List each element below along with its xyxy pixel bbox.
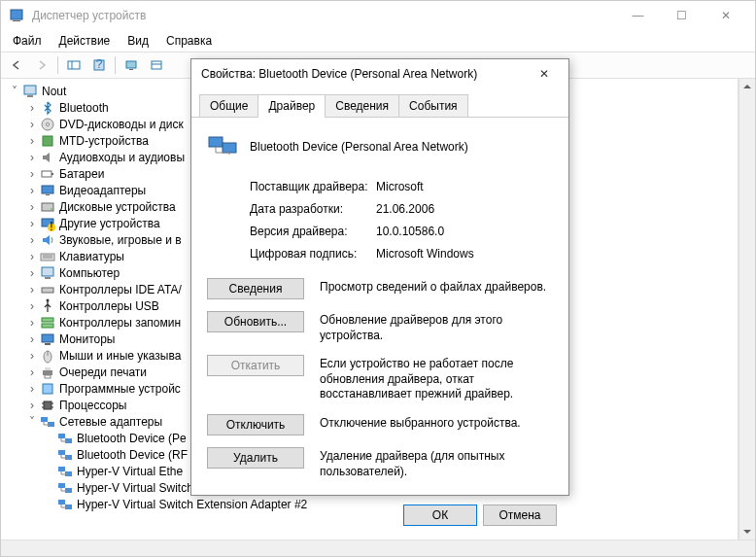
- version-value: 10.0.10586.0: [376, 225, 444, 238]
- tree-category-label: Дисковые устройства: [59, 200, 176, 214]
- svg-rect-39: [45, 375, 51, 378]
- horizontal-scrollbar[interactable]: [1, 540, 755, 556]
- expand-icon[interactable]: ›: [26, 102, 38, 114]
- svg-rect-15: [42, 171, 52, 177]
- svg-rect-11: [27, 95, 33, 97]
- expand-icon[interactable]: ›: [26, 333, 38, 345]
- maximize-button[interactable]: ☐: [660, 1, 704, 30]
- svg-rect-70: [209, 137, 223, 147]
- svg-text:?: ?: [96, 58, 103, 71]
- disable-device-button[interactable]: Отключить: [207, 414, 304, 435]
- expand-icon[interactable]: ›: [26, 135, 38, 147]
- svg-rect-31: [42, 318, 53, 322]
- cancel-button[interactable]: Отмена: [483, 505, 557, 526]
- menu-view[interactable]: Вид: [120, 32, 156, 50]
- expand-icon[interactable]: ›: [26, 366, 38, 378]
- properties-button[interactable]: [145, 53, 168, 77]
- dialog-close-button[interactable]: ✕: [530, 59, 559, 88]
- tree-spacer: [44, 466, 55, 477]
- tree-category-label: Мониторы: [59, 332, 115, 346]
- svg-rect-40: [43, 384, 52, 394]
- expand-icon[interactable]: ›: [26, 300, 38, 312]
- tree-spacer: [44, 449, 55, 461]
- expand-icon[interactable]: ›: [26, 152, 38, 163]
- category-icon: [40, 265, 55, 281]
- menu-help[interactable]: Справка: [158, 32, 220, 50]
- svg-rect-27: [42, 267, 53, 276]
- back-button[interactable]: [5, 53, 28, 77]
- toolbar-separator: [115, 56, 116, 74]
- show-hidden-button[interactable]: [62, 53, 86, 77]
- network-adapter-icon: [57, 431, 73, 446]
- date-label: Дата разработки:: [250, 202, 376, 216]
- network-adapter-icon: [57, 480, 73, 496]
- svg-rect-58: [58, 467, 65, 471]
- expand-icon[interactable]: ›: [26, 218, 38, 229]
- dialog-footer: ОК Отмена: [191, 505, 568, 526]
- category-icon: [40, 249, 55, 264]
- svg-rect-62: [58, 483, 65, 488]
- uninstall-driver-button[interactable]: Удалить: [207, 447, 304, 469]
- tree-category-label: Другие устройства: [59, 217, 160, 230]
- vertical-scrollbar[interactable]: [739, 79, 755, 540]
- menu-file[interactable]: Файл: [5, 32, 50, 50]
- tree-category-label: Очереди печати: [59, 366, 147, 379]
- menu-action[interactable]: Действие: [52, 32, 119, 50]
- expand-icon[interactable]: ›: [26, 400, 38, 411]
- update-driver-button[interactable]: Обновить...: [207, 311, 304, 332]
- close-button[interactable]: ✕: [704, 1, 747, 30]
- tree-category-label: Компьютер: [59, 266, 120, 280]
- tab-details[interactable]: Сведения: [325, 94, 399, 117]
- minimize-button[interactable]: —: [616, 1, 660, 30]
- expand-icon[interactable]: ›: [26, 251, 38, 262]
- expand-icon[interactable]: ›: [26, 317, 38, 329]
- category-icon: [40, 183, 55, 198]
- expand-icon[interactable]: ›: [26, 267, 38, 279]
- expand-icon[interactable]: ›: [26, 284, 38, 296]
- svg-rect-29: [42, 288, 53, 293]
- scan-hardware-button[interactable]: [120, 53, 143, 77]
- category-icon: [40, 315, 55, 331]
- tree-category-label: Клавиатуры: [59, 250, 124, 263]
- driver-details-desc: Просмотр сведений о файлах драйверов.: [320, 278, 546, 296]
- tree-category-label: Звуковые, игровые и в: [59, 233, 182, 247]
- dialog-body: Bluetooth Device (Personal Area Network)…: [191, 118, 568, 505]
- driver-details-button[interactable]: Сведения: [207, 278, 304, 299]
- svg-rect-10: [24, 86, 36, 94]
- svg-rect-2: [68, 61, 80, 69]
- expand-icon[interactable]: ›: [26, 383, 38, 395]
- update-driver-desc: Обновление драйверов для этого устройств…: [320, 311, 553, 343]
- ok-button[interactable]: ОК: [403, 505, 477, 526]
- tab-driver[interactable]: Драйвер: [258, 94, 326, 117]
- tab-general[interactable]: Общие: [199, 94, 258, 117]
- svg-rect-66: [58, 500, 65, 505]
- category-icon: [40, 331, 55, 347]
- expand-icon[interactable]: ›: [26, 350, 38, 362]
- device-header: Bluetooth Device (Personal Area Network): [207, 131, 553, 162]
- collapse-icon[interactable]: ˅: [26, 416, 38, 428]
- rollback-driver-desc: Если устройство не работает после обновл…: [320, 355, 553, 402]
- expand-icon[interactable]: ›: [26, 201, 38, 213]
- help-button[interactable]: ?: [87, 53, 111, 77]
- category-icon: [40, 232, 55, 248]
- tab-events[interactable]: События: [398, 94, 468, 117]
- category-icon: [40, 150, 55, 165]
- expand-icon[interactable]: ›: [26, 185, 38, 196]
- tree-category-label: Bluetooth: [59, 101, 109, 115]
- window-title: Диспетчер устройств: [32, 9, 616, 22]
- category-icon: [40, 381, 55, 397]
- tree-category-label: Батареи: [59, 167, 104, 181]
- expand-icon[interactable]: ›: [26, 234, 38, 246]
- version-label: Версия драйвера:: [250, 225, 376, 238]
- category-icon: [40, 117, 55, 132]
- svg-rect-17: [42, 186, 53, 193]
- expand-icon[interactable]: ›: [26, 119, 38, 130]
- forward-button[interactable]: [30, 53, 53, 77]
- collapse-icon[interactable]: ˅: [9, 86, 20, 97]
- tree-category-label: Контроллеры USB: [59, 299, 159, 313]
- expand-icon[interactable]: ›: [26, 168, 38, 180]
- svg-rect-32: [42, 324, 53, 328]
- app-icon: [9, 8, 24, 23]
- tree-category-label: Процессоры: [59, 399, 127, 412]
- svg-rect-1: [13, 20, 20, 21]
